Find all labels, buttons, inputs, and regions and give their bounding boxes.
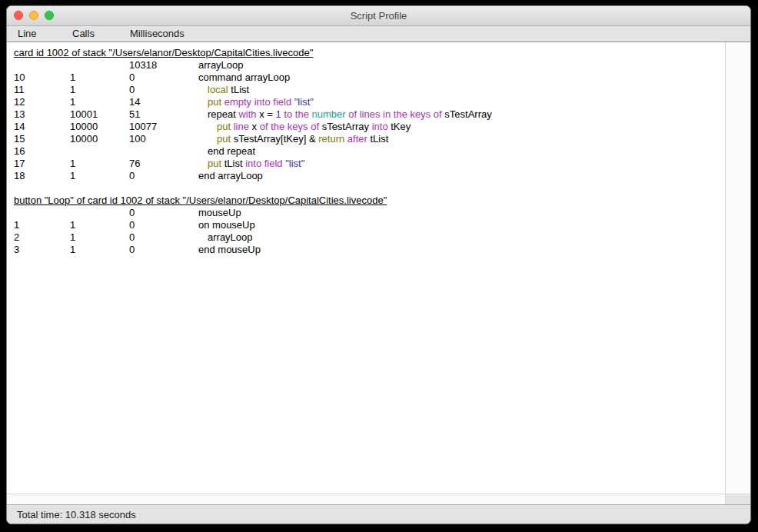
profile-row[interactable]: 17176put tList into field "list" xyxy=(7,158,726,170)
cell-line-number: 2 xyxy=(14,231,19,243)
minimize-button-icon[interactable] xyxy=(29,11,38,20)
profile-list[interactable]: card id 1002 of stack "/Users/elanor/Des… xyxy=(7,42,726,494)
code-token: of xyxy=(348,108,359,120)
code-token: "list" xyxy=(285,158,304,169)
cell-calls: 1 xyxy=(70,158,75,169)
cell-milliseconds: 0 xyxy=(129,231,135,243)
code-token: x xyxy=(252,121,260,132)
cell-calls: 1 xyxy=(70,244,75,255)
profile-row[interactable]: 1110local tList xyxy=(7,84,726,96)
profile-row[interactable]: 210arrayLoop xyxy=(7,231,726,244)
code-token: lines xyxy=(360,108,383,120)
profile-row[interactable]: 1810end arrayLoop xyxy=(7,170,726,182)
column-header-calls[interactable]: Calls xyxy=(72,28,95,39)
cell-milliseconds: 0 xyxy=(129,84,135,95)
cell-calls: 1 xyxy=(70,84,75,95)
cell-line-number: 18 xyxy=(14,170,25,181)
code-token: tList xyxy=(224,158,245,169)
zoom-button-icon[interactable] xyxy=(45,11,54,20)
profile-row[interactable]: 310end mouseUp xyxy=(7,244,726,256)
code-token: tList xyxy=(231,84,249,95)
cell-code: end mouseUp xyxy=(198,244,261,255)
cell-code: put line x of the keys of sTestArray int… xyxy=(217,121,411,132)
section-gap xyxy=(7,182,726,195)
code-token: with xyxy=(238,108,259,120)
script-profile-window: Script Profile Line Calls Milliseconds c… xyxy=(6,5,751,524)
cell-line-number: 3 xyxy=(14,244,19,255)
cell-milliseconds: 0 xyxy=(129,207,135,218)
close-button-icon[interactable] xyxy=(14,11,23,20)
code-token: put xyxy=(217,133,234,145)
cell-code: put tList into field "list" xyxy=(208,158,304,169)
section-header-row[interactable]: card id 1002 of stack "/Users/elanor/Des… xyxy=(7,47,726,59)
column-header-line[interactable]: Line xyxy=(18,28,37,39)
code-token: sTestArray[tKey] & xyxy=(234,133,319,145)
code-token: the xyxy=(394,108,411,120)
code-token: command arrayLoop xyxy=(198,71,290,83)
code-token: end repeat xyxy=(208,145,255,157)
code-token: number xyxy=(312,108,349,120)
code-token: tList xyxy=(370,133,388,145)
profile-row[interactable]: 110on mouseUp xyxy=(7,219,726,231)
code-token: put xyxy=(217,121,234,132)
profile-row[interactable]: 10318arrayLoop xyxy=(7,59,726,71)
code-token: mouseUp xyxy=(198,207,241,218)
cell-code: put sTestArray[tKey] & return after tLis… xyxy=(217,133,388,145)
cell-calls: 1 xyxy=(70,96,75,108)
cell-code: command arrayLoop xyxy=(198,71,290,83)
cell-milliseconds: 76 xyxy=(129,158,140,169)
code-token: into xyxy=(254,96,274,108)
profile-row[interactable]: 131000151repeat with x = 1 to the number… xyxy=(7,108,726,121)
cell-milliseconds: 0 xyxy=(129,170,135,181)
code-token: sTestArray xyxy=(444,108,491,120)
cell-milliseconds: 100 xyxy=(129,133,146,145)
section-header-text: card id 1002 of stack "/Users/elanor/Des… xyxy=(14,47,313,58)
code-token: into xyxy=(245,158,264,169)
code-token: put xyxy=(208,158,224,169)
code-token: line xyxy=(234,121,252,132)
code-token: repeat xyxy=(208,108,238,120)
cell-line-number: 12 xyxy=(14,96,25,108)
cell-line-number: 1 xyxy=(14,219,19,231)
code-token: x = xyxy=(259,108,275,120)
cell-code: arrayLoop xyxy=(208,231,253,243)
section-header-row[interactable]: button "Loop" of card id 1002 of stack "… xyxy=(7,195,726,207)
cell-calls: 10000 xyxy=(70,133,98,145)
section-header-text: button "Loop" of card id 1002 of stack "… xyxy=(14,195,387,206)
code-token: put xyxy=(208,96,224,108)
profile-row[interactable]: 141000010077put line x of the keys of sT… xyxy=(7,121,726,133)
cell-code: end repeat xyxy=(208,145,255,157)
cell-milliseconds: 0 xyxy=(129,244,135,255)
cell-code: arrayLoop xyxy=(198,59,244,71)
profile-row[interactable]: 0mouseUp xyxy=(7,207,726,219)
profile-rows: card id 1002 of stack "/Users/elanor/Des… xyxy=(7,42,726,256)
profile-row[interactable]: 1510000100put sTestArray[tKey] & return … xyxy=(7,133,726,145)
cell-line-number: 16 xyxy=(14,145,25,157)
cell-milliseconds: 14 xyxy=(129,96,140,108)
code-token: of xyxy=(260,121,271,132)
code-token: return xyxy=(318,133,347,145)
code-token: to xyxy=(284,108,294,120)
cell-code: end arrayLoop xyxy=(198,170,263,181)
traffic-lights xyxy=(14,11,54,20)
cell-calls: 10000 xyxy=(70,121,98,132)
code-token: after xyxy=(347,133,371,145)
code-token: field xyxy=(264,158,285,169)
profile-row[interactable]: 16end repeat xyxy=(7,145,726,158)
column-header-row: Line Calls Milliseconds xyxy=(7,26,750,42)
code-token: empty xyxy=(224,96,254,108)
title-bar[interactable]: Script Profile xyxy=(7,6,750,26)
profile-row[interactable]: 12114put empty into field "list" xyxy=(7,96,726,108)
vertical-scrollbar[interactable] xyxy=(725,42,750,494)
cell-code: mouseUp xyxy=(198,207,241,218)
cell-code: on mouseUp xyxy=(198,219,255,231)
total-time-label: Total time: 10.318 seconds xyxy=(17,509,136,520)
cell-milliseconds: 0 xyxy=(129,71,135,83)
code-token: local xyxy=(208,84,231,95)
code-token: end arrayLoop xyxy=(198,170,263,181)
cell-line-number: 10 xyxy=(14,71,25,83)
profile-row[interactable]: 1010command arrayLoop xyxy=(7,71,726,84)
code-token: tKey xyxy=(391,121,411,132)
code-token: keys xyxy=(288,121,311,132)
column-header-milliseconds[interactable]: Milliseconds xyxy=(130,28,185,39)
